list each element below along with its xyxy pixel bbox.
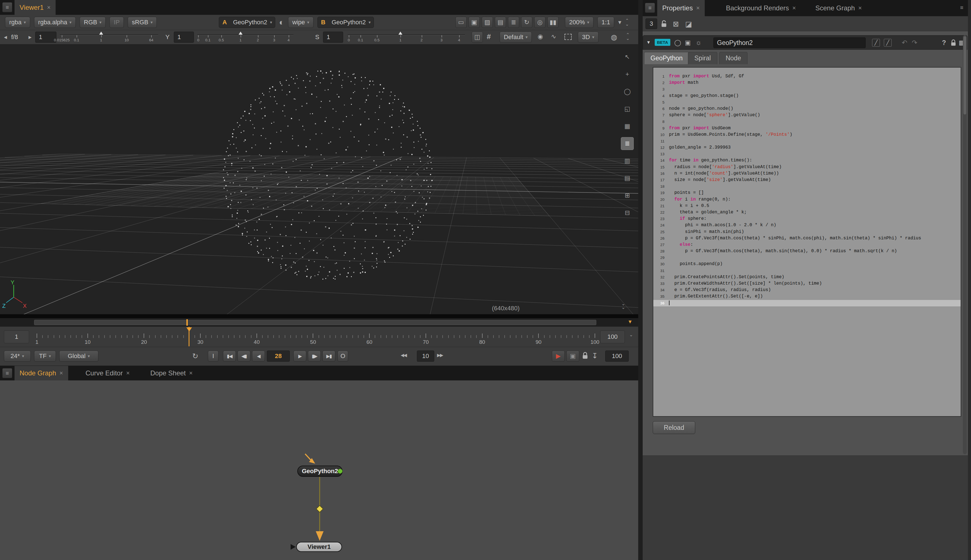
frame-ruler[interactable]: 1102030405060708090100 [34, 327, 598, 347]
close-icon[interactable]: × [696, 5, 700, 12]
edit-curves-icon[interactable]: ╱ [884, 39, 892, 47]
playhead-marker[interactable] [186, 327, 192, 332]
gain-value-field[interactable]: 1 [35, 32, 57, 43]
tab-dope-sheet[interactable]: Dope Sheet× [145, 366, 198, 380]
range-start-field[interactable]: 1 [4, 330, 29, 343]
gain-next-icon[interactable]: ▸ [28, 33, 32, 41]
playback-mode-icon[interactable]: ↻ [192, 352, 199, 361]
tab-scene-graph[interactable]: Scene Graph× [810, 0, 867, 16]
more-options-icon[interactable]: ▾ [618, 19, 621, 26]
set-in-button[interactable]: I [208, 350, 219, 362]
gamma-slider[interactable]: 00.10.51234 [197, 31, 294, 43]
panel-menu-icon[interactable]: ≡ [645, 3, 655, 13]
rotate-tool-icon[interactable]: ◯ [621, 85, 634, 98]
timeline-options-icon[interactable]: ▼ [627, 319, 632, 325]
tab-node[interactable]: Node [719, 52, 747, 64]
flipbook-render-icon[interactable]: ▶ [552, 350, 565, 362]
playback-end-field[interactable]: 100 [605, 350, 629, 362]
step-forward-button[interactable]: ▮▶ [308, 350, 321, 362]
split-vertical-icon[interactable]: ▤ [621, 172, 634, 185]
step-back-button[interactable]: ◀ [252, 350, 265, 362]
marquee-roi-icon[interactable] [564, 34, 572, 40]
close-all-panels-icon[interactable]: ⊠ [673, 20, 679, 28]
tab-viewer1[interactable]: Viewer1 × [15, 0, 56, 15]
bypass-icon[interactable]: ◯ [674, 39, 681, 47]
lookup-curve-icon[interactable]: ∿ [551, 33, 556, 40]
timeline-scroll-strip[interactable]: ▼ [0, 318, 638, 327]
tab-curve-editor[interactable]: Curve Editor× [80, 366, 135, 380]
channel-list-icon[interactable]: ≣ [508, 17, 519, 28]
input-process-toggle[interactable]: IP [110, 17, 124, 28]
display-window-icon[interactable]: ▭ [455, 17, 467, 28]
layout-list-icon[interactable]: ≣ [621, 137, 634, 150]
close-icon[interactable]: × [47, 4, 50, 11]
viewport-scroll-icon[interactable]: ⌄⌄ [621, 302, 625, 309]
projector-icon[interactable]: ▤ [495, 17, 506, 28]
scrollbar-thumb[interactable] [963, 36, 966, 115]
tab-properties[interactable]: Properties× [657, 0, 705, 16]
unlock-icon[interactable] [660, 19, 668, 28]
tab-node-graph[interactable]: Node Graph× [15, 366, 68, 380]
play-button[interactable]: ▶ [294, 350, 306, 362]
undo-icon[interactable]: ↶ [902, 39, 907, 47]
toolbar-scroll-icon[interactable]: ⌃⌄ [625, 19, 629, 26]
goto-end-button[interactable]: ▶▮ [322, 350, 335, 362]
colorsync-icon[interactable]: ↻ [521, 17, 532, 28]
lut-dropdown[interactable]: Default▾ [500, 32, 532, 43]
lock-panel-icon[interactable] [950, 38, 957, 47]
gamma-value-field[interactable]: 1 [174, 32, 194, 43]
checkerboard-icon[interactable]: ▨ [482, 17, 493, 28]
alpha-layer-dropdown[interactable]: rgba.alpha▾ [34, 17, 76, 28]
b-input-control[interactable]: B GeoPython2 ▾ [317, 17, 374, 28]
panel-divider[interactable] [638, 0, 643, 560]
channel-display-dropdown[interactable]: RGB▾ [80, 17, 106, 28]
reload-button[interactable]: Reload [653, 421, 695, 434]
wipe-mode-dropdown[interactable]: wipe▾ [288, 17, 314, 28]
select-tool-icon[interactable]: ↖ [621, 50, 634, 63]
current-frame-field[interactable]: 28 [267, 350, 290, 362]
split-horizontal-icon[interactable]: ▥ [621, 155, 634, 167]
saturation-value-field[interactable]: 1 [323, 32, 343, 43]
slider-handle[interactable] [99, 32, 103, 35]
split-view-icon[interactable]: ◫ [472, 32, 483, 43]
wipe-swap-icon[interactable]: ◐ [279, 18, 284, 27]
tab-background-renders[interactable]: Background Renders× [721, 0, 801, 16]
jump-forward-icon[interactable]: ▶▶ [437, 352, 443, 358]
eraser-icon[interactable]: ◪ [685, 20, 692, 28]
translate-tool-icon[interactable]: + [621, 68, 634, 81]
viewer-viewport[interactable]: ↖+◯◱▦≣▥▤⊞⊟ Y Z X (640x480) ⌄⌄ [0, 44, 638, 314]
fstop-label[interactable]: f/8 [11, 33, 18, 41]
a-input-control[interactable]: A GeoPython2 ▾ [219, 17, 275, 28]
export-icon[interactable]: ↧ [592, 352, 598, 360]
close-icon[interactable]: × [60, 370, 63, 377]
node-name-field[interactable]: GeoPython2 [713, 37, 866, 48]
colorspace-dropdown[interactable]: sRGB▾ [128, 17, 157, 28]
close-icon[interactable]: × [858, 5, 862, 12]
collapse-layout-icon[interactable]: ⊟ [621, 207, 634, 219]
pause-icon[interactable]: ▮▮ [547, 17, 559, 28]
prev-keyframe-button[interactable]: ◀▮ [237, 350, 250, 362]
jump-back-icon[interactable]: ◀◀ [401, 352, 407, 358]
lock-range-icon[interactable] [581, 351, 589, 360]
code-editor[interactable]: 1from pxr import Usd, Sdf, Gf2import mat… [653, 67, 961, 417]
pixel-ratio-button[interactable]: 1:1 [597, 17, 614, 28]
range-mode-dropdown[interactable]: Global▾ [59, 350, 98, 362]
max-panels-field[interactable]: 3 [646, 18, 657, 29]
zoom-dropdown[interactable]: 200%▾ [565, 17, 594, 28]
disable-toggle-icon[interactable]: ☼ [696, 38, 702, 47]
range-end-field[interactable]: 100 [600, 330, 625, 343]
edit-expression-icon[interactable]: ╱ [872, 39, 880, 47]
panel-options-icon[interactable]: ≡ [960, 5, 963, 11]
node-graph-canvas[interactable]: GeoPython2 Viewer1 [0, 380, 638, 560]
ruler-scroll-icon[interactable]: ⌄ [629, 333, 633, 337]
slider-handle[interactable] [399, 32, 402, 35]
gain-prev-icon[interactable]: ◂ [4, 33, 7, 41]
node-viewer1[interactable]: Viewer1 [296, 542, 342, 552]
grid-layout-icon[interactable]: ⊞ [621, 189, 634, 202]
tf-dropdown[interactable]: TF▾ [34, 350, 56, 362]
grid-snap-icon[interactable]: ▦ [621, 120, 634, 133]
goto-start-button[interactable]: ▮◀ [223, 350, 236, 362]
slider-handle[interactable] [239, 32, 242, 35]
capture-icon[interactable]: ▣ [566, 350, 579, 362]
close-icon[interactable]: × [126, 370, 130, 377]
